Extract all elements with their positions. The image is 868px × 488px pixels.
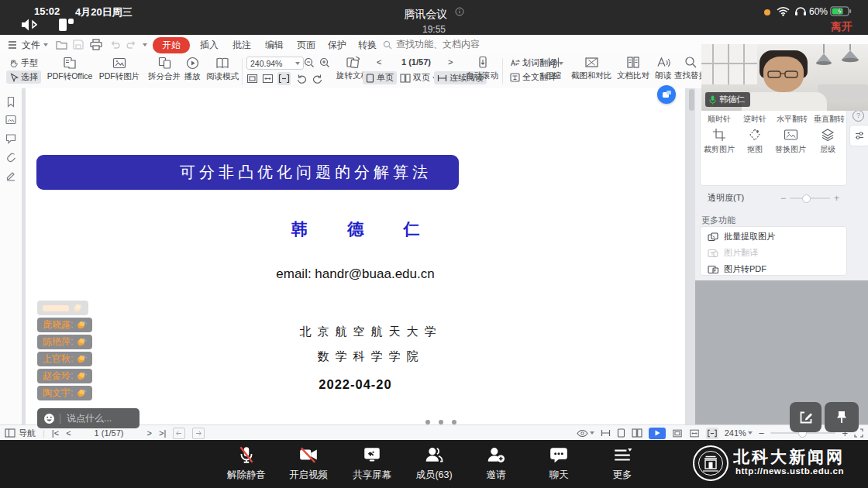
panel-settings-button[interactable] — [849, 125, 868, 146]
annotate-button[interactable] — [790, 402, 822, 432]
slideshow-play-button[interactable] — [649, 428, 666, 439]
clap-emoji-icon — [76, 371, 87, 382]
prev-page-button[interactable]: < — [66, 428, 71, 438]
flip-vertical-label[interactable]: 垂直翻转 — [811, 114, 847, 125]
history-forward-button[interactable] — [192, 428, 205, 439]
screenshot-compare-button[interactable]: 截图和对比 — [569, 56, 614, 81]
invite-button[interactable]: 邀请 — [463, 445, 529, 482]
fit-width-icon[interactable] — [689, 428, 700, 438]
tab-insert[interactable]: 插入 — [200, 39, 219, 52]
tab-annotate[interactable]: 批注 — [232, 39, 251, 52]
compress-button[interactable]: 压缩 — [538, 56, 569, 81]
batch-extract-images-button[interactable]: 批量提取图片 — [708, 231, 775, 242]
search-input[interactable] — [394, 38, 553, 50]
chat-input-bubble[interactable] — [37, 408, 140, 428]
single-page-button[interactable]: 单页 — [363, 71, 397, 84]
replace-image-button[interactable]: 替换图片 — [773, 128, 808, 155]
first-page-button[interactable]: |< — [52, 428, 59, 438]
fit-visible-button[interactable] — [277, 72, 291, 85]
emoji-icon[interactable] — [43, 413, 55, 424]
tab-page[interactable]: 页面 — [297, 39, 315, 52]
speaker-bluetooth-icon[interactable] — [20, 18, 40, 32]
open-folder-icon[interactable] — [56, 40, 67, 50]
more-button[interactable]: 更多 — [590, 445, 655, 482]
rotate-right-icon[interactable] — [312, 74, 323, 84]
chat-button[interactable]: 聊天 — [526, 445, 591, 482]
tab-convert[interactable]: 转换 — [358, 39, 377, 52]
pdf-to-image-button[interactable]: PDF转图片 — [96, 57, 143, 82]
next-page-button[interactable]: > — [147, 428, 152, 438]
status-zoom-slider[interactable] — [770, 432, 835, 434]
speaker-video-thumbnail[interactable]: 韩德仁 — [701, 44, 868, 111]
opacity-slider-knob[interactable] — [802, 194, 811, 203]
save-icon[interactable] — [73, 40, 84, 50]
bookmark-icon[interactable] — [5, 96, 16, 108]
layout-icon[interactable] — [58, 18, 74, 32]
signature-icon[interactable] — [5, 170, 16, 181]
hand-tool-button[interactable]: 手型 — [6, 57, 41, 70]
assistant-fab-icon[interactable] — [657, 85, 676, 104]
fit-visible-button[interactable] — [706, 428, 718, 439]
pin-button[interactable] — [825, 402, 859, 432]
doc-compare-button[interactable]: 文档比对 — [614, 56, 653, 81]
start-video-button[interactable]: 开启视频 — [276, 445, 341, 482]
chat-message-input[interactable] — [65, 412, 122, 424]
pdf-to-office-button[interactable]: PDF转Office — [43, 57, 96, 82]
navigation-toggle-button[interactable]: 导航 — [5, 428, 36, 439]
read-mode-button[interactable]: 阅读模式 — [203, 57, 242, 82]
fit-page-icon[interactable] — [672, 428, 683, 438]
info-icon[interactable] — [455, 7, 464, 16]
rotate-cw-label[interactable]: 顺时针 — [701, 114, 737, 125]
undo-icon[interactable] — [110, 40, 121, 49]
thumbnail-image-icon[interactable] — [5, 115, 16, 125]
flip-horizontal-label[interactable]: 水平翻转 — [773, 114, 811, 125]
members-button[interactable]: 成员(63) — [401, 445, 467, 482]
pdf-page[interactable] — [26, 88, 685, 424]
redo-icon[interactable] — [126, 40, 136, 49]
fit-page-icon[interactable] — [246, 73, 258, 84]
auto-scroll-button[interactable]: 自动滚动 — [463, 56, 501, 81]
eye-protect-button[interactable] — [577, 429, 594, 438]
crop-image-button[interactable]: 裁剪图片 — [703, 128, 735, 155]
status-zoom-dropdown[interactable]: 241% — [725, 428, 753, 438]
cutout-button[interactable]: 抠图 — [739, 128, 771, 155]
vertical-scrollbar[interactable] — [689, 89, 694, 111]
share-screen-button[interactable]: 共享屏幕 — [339, 445, 405, 482]
file-menu[interactable]: 文件 — [22, 39, 40, 52]
continuous-view-icon[interactable] — [601, 428, 611, 438]
help-icon[interactable]: ? — [852, 110, 864, 122]
select-tool-button[interactable]: 选择 — [6, 70, 41, 84]
rotate-left-icon[interactable] — [296, 74, 307, 84]
next-page-arrow[interactable]: > — [448, 57, 453, 67]
toolbar-options-chevron-icon[interactable] — [143, 43, 147, 46]
opacity-slider[interactable]: − + — [780, 193, 839, 204]
chat-sender-name: 陈艳萍: — [43, 335, 73, 349]
slider-plus[interactable]: + — [834, 193, 839, 204]
attachment-icon[interactable] — [5, 152, 16, 163]
single-page-view-icon[interactable] — [617, 428, 625, 438]
double-page-view-icon[interactable] — [632, 428, 642, 438]
status-zoom-out[interactable]: − — [759, 428, 765, 439]
zoom-out-icon[interactable] — [304, 57, 315, 68]
printer-icon[interactable] — [90, 39, 102, 50]
tab-edit[interactable]: 编辑 — [265, 39, 284, 52]
leave-meeting-button[interactable]: 离开 — [831, 20, 852, 34]
rotate-ccw-label[interactable]: 逆时针 — [737, 114, 773, 125]
more-label: 更多 — [613, 469, 632, 482]
tab-protect[interactable]: 保护 — [328, 39, 346, 52]
play-button[interactable]: 播放 — [178, 57, 206, 82]
image-to-pdf-button[interactable]: 图片转PDF — [708, 263, 766, 275]
hamburger-menu-icon[interactable] — [8, 41, 17, 49]
tab-start[interactable]: 开始 — [153, 37, 190, 53]
layer-order-button[interactable]: 层级 — [811, 128, 844, 155]
zoom-level-dropdown[interactable]: 240.94% — [246, 57, 304, 70]
unmute-button[interactable]: 解除静音 — [214, 445, 279, 482]
fit-width-icon[interactable] — [262, 73, 274, 84]
slider-minus[interactable]: − — [780, 193, 786, 204]
last-page-button[interactable]: >| — [159, 428, 166, 438]
zoom-in-icon[interactable] — [319, 57, 330, 68]
image-translate-button[interactable]: 图片翻译 — [708, 247, 758, 259]
comment-icon[interactable] — [5, 133, 16, 144]
previous-page-arrow[interactable]: < — [377, 57, 381, 67]
history-back-button[interactable] — [173, 428, 185, 439]
